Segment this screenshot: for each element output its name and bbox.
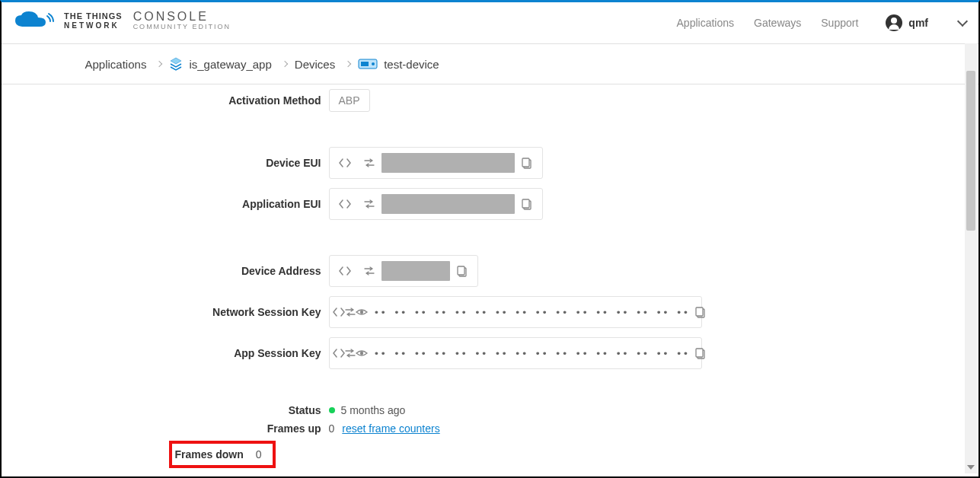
status-value: 5 months ago (341, 404, 406, 416)
svg-rect-8 (458, 266, 464, 275)
brand-console: CONSOLE COMMUNITY EDITION (133, 10, 231, 30)
breadcrumb-bar: Applications is_gateway_app Devices test… (2, 43, 978, 84)
toggle-hex-icon[interactable] (333, 151, 357, 175)
frames-down-label: Frames down (175, 448, 244, 460)
svg-rect-6 (522, 199, 529, 208)
user-menu[interactable]: qmf (886, 14, 966, 31)
copy-icon[interactable] (515, 151, 539, 175)
device-address-field (329, 255, 478, 287)
device-eui-value (381, 153, 515, 173)
nav-gateways[interactable]: Gateways (754, 17, 801, 29)
brand-line2: NETWORK (64, 21, 123, 30)
eye-icon[interactable] (356, 341, 368, 365)
swap-icon[interactable] (357, 151, 381, 175)
copy-icon[interactable] (515, 192, 539, 216)
svg-rect-4 (522, 158, 529, 167)
brand-line1: THE THINGS (64, 11, 123, 21)
device-icon (358, 57, 378, 71)
copy-icon[interactable] (695, 341, 705, 365)
swap-icon[interactable] (345, 300, 356, 324)
nav-support[interactable]: Support (821, 17, 858, 29)
svg-rect-14 (696, 349, 703, 357)
frames-up-label: Frames up (85, 422, 329, 435)
device-overview: Activation Method ABP Device EUI (85, 84, 895, 468)
toggle-hex-icon[interactable] (333, 341, 345, 365)
breadcrumb-applications[interactable]: Applications (85, 58, 147, 71)
device-eui-field (329, 147, 543, 179)
copy-icon[interactable] (695, 300, 705, 324)
chevron-right-icon (282, 61, 288, 67)
toggle-hex-icon[interactable] (333, 259, 357, 283)
brand-name: THE THINGS NETWORK (64, 11, 123, 29)
eye-icon[interactable] (356, 300, 368, 324)
application-eui-value (381, 194, 515, 214)
chevron-down-icon (957, 16, 968, 27)
device-address-value (381, 261, 450, 281)
reset-frame-counters-link[interactable]: reset frame counters (342, 422, 439, 435)
app-session-key-field: •• •• •• •• •• •• •• •• •• •• •• •• •• •… (329, 337, 702, 369)
app-session-key-value: •• •• •• •• •• •• •• •• •• •• •• •• •• •… (368, 348, 696, 359)
activation-method-value: ABP (329, 89, 370, 112)
scroll-down-arrow[interactable] (965, 461, 977, 473)
svg-point-9 (359, 311, 362, 314)
svg-point-2 (372, 62, 375, 65)
device-eui-label: Device EUI (85, 157, 329, 169)
swap-icon[interactable] (357, 192, 381, 216)
breadcrumb-device[interactable]: test-device (384, 58, 439, 71)
nav-links: Applications Gateways Support qmf (677, 2, 966, 43)
copy-icon[interactable] (450, 259, 474, 283)
brand[interactable]: THE THINGS NETWORK CONSOLE COMMUNITY EDI… (14, 10, 231, 31)
toggle-hex-icon[interactable] (333, 192, 357, 216)
app-session-key-label: App Session Key (85, 347, 329, 359)
console-subtitle: COMMUNITY EDITION (133, 24, 231, 31)
svg-point-12 (359, 352, 362, 355)
network-session-key-field: •• •• •• •• •• •• •• •• •• •• •• •• •• •… (329, 296, 702, 328)
status-label: Status (85, 404, 329, 416)
network-session-key-label: Network Session Key (85, 306, 329, 318)
swap-icon[interactable] (357, 259, 381, 283)
console-title: CONSOLE (133, 10, 231, 24)
top-navbar: THE THINGS NETWORK CONSOLE COMMUNITY EDI… (2, 2, 978, 43)
frames-down-highlight: Frames down 0 (169, 441, 276, 468)
application-eui-label: Application EUI (85, 198, 329, 210)
scroll-thumb[interactable] (966, 71, 975, 231)
frames-up-value: 0 (329, 422, 335, 435)
vertical-scrollbar[interactable] (965, 2, 977, 473)
activation-method-label: Activation Method (85, 94, 329, 107)
nav-applications[interactable]: Applications (677, 17, 735, 29)
application-icon (169, 57, 183, 71)
chevron-right-icon (345, 61, 351, 67)
svg-rect-11 (696, 308, 703, 316)
toggle-hex-icon[interactable] (333, 300, 345, 324)
ttn-cloud-icon (14, 10, 56, 31)
chevron-right-icon (156, 61, 162, 67)
breadcrumb-devices[interactable]: Devices (295, 58, 335, 71)
avatar-icon (886, 14, 902, 31)
frames-down-value: 0 (256, 448, 262, 460)
application-eui-field (329, 188, 543, 220)
swap-icon[interactable] (345, 341, 356, 365)
device-address-label: Device Address (85, 265, 329, 277)
breadcrumb-app[interactable]: is_gateway_app (189, 58, 271, 71)
status-indicator-icon (329, 407, 335, 413)
username: qmf (908, 17, 928, 29)
network-session-key-value: •• •• •• •• •• •• •• •• •• •• •• •• •• •… (368, 307, 696, 318)
svg-rect-1 (361, 62, 369, 66)
